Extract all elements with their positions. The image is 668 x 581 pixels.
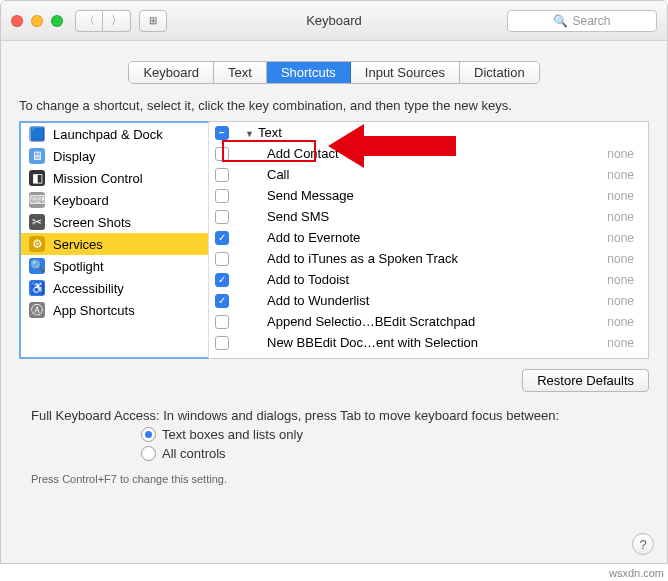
- tab-keyboard[interactable]: Keyboard: [129, 62, 214, 83]
- search-input[interactable]: 🔍 Search: [507, 10, 657, 32]
- radio-icon: [141, 446, 156, 461]
- help-button[interactable]: ?: [632, 533, 654, 555]
- category-icon: ⌨: [29, 192, 45, 208]
- service-label: Add to Todoist: [237, 272, 607, 287]
- checkbox-icon[interactable]: [215, 315, 229, 329]
- show-all-button[interactable]: ⊞: [139, 10, 167, 32]
- category-icon: ◧: [29, 170, 45, 186]
- window-controls: [11, 15, 63, 27]
- fka-option-2[interactable]: All controls: [141, 446, 637, 461]
- category-list[interactable]: 🟦Launchpad & Dock🖥Display◧Mission Contro…: [19, 121, 209, 359]
- checkbox-icon[interactable]: [215, 168, 229, 182]
- service-label: Add to iTunes as a Spoken Track: [237, 251, 607, 266]
- watermark: wsxdn.com: [609, 567, 664, 579]
- shortcut-value[interactable]: none: [607, 168, 642, 182]
- service-label: Add to Wunderlist: [237, 293, 607, 308]
- shortcut-value[interactable]: none: [607, 231, 642, 245]
- shortcut-value[interactable]: none: [607, 189, 642, 203]
- checkbox-icon[interactable]: −: [215, 126, 229, 140]
- service-row[interactable]: Add to iTunes as a Spoken Tracknone: [209, 248, 648, 269]
- radio-icon: [141, 427, 156, 442]
- shortcut-value[interactable]: none: [607, 315, 642, 329]
- service-row[interactable]: New BBEdit Doc…ent with Selectionnone: [209, 332, 648, 353]
- restore-defaults-button[interactable]: Restore Defaults: [522, 369, 649, 392]
- service-row[interactable]: Append Selectio…BEdit Scratchpadnone: [209, 311, 648, 332]
- category-label: Mission Control: [53, 171, 143, 186]
- service-label: Add to Evernote: [237, 230, 607, 245]
- category-icon: ✂: [29, 214, 45, 230]
- checkbox-icon[interactable]: [215, 252, 229, 266]
- fka-option-2-label: All controls: [162, 446, 226, 461]
- zoom-icon[interactable]: [51, 15, 63, 27]
- service-row[interactable]: ✓Add to Wunderlistnone: [209, 290, 648, 311]
- tab-dictation[interactable]: Dictation: [460, 62, 539, 83]
- sidebar-item-services[interactable]: ⚙Services: [21, 233, 208, 255]
- group-label: ▼Text: [237, 125, 642, 140]
- category-label: Accessibility: [53, 281, 124, 296]
- fka-option-1-label: Text boxes and lists only: [162, 427, 303, 442]
- category-label: Launchpad & Dock: [53, 127, 163, 142]
- nav-buttons: 〈 〉: [75, 10, 131, 32]
- titlebar: 〈 〉 ⊞ Keyboard 🔍 Search: [1, 1, 667, 41]
- tab-shortcuts[interactable]: Shortcuts: [267, 62, 351, 83]
- service-label: Call: [237, 167, 607, 182]
- fka-option-1[interactable]: Text boxes and lists only: [141, 427, 637, 442]
- service-row[interactable]: Add Contactnone: [209, 143, 648, 164]
- shortcut-value[interactable]: none: [607, 210, 642, 224]
- checkbox-icon[interactable]: ✓: [215, 294, 229, 308]
- category-icon: Ⓐ: [29, 302, 45, 318]
- checkbox-icon[interactable]: [215, 147, 229, 161]
- sidebar-item-keyboard[interactable]: ⌨Keyboard: [21, 189, 208, 211]
- shortcut-list[interactable]: −▼TextAdd ContactnoneCallnoneSend Messag…: [209, 121, 649, 359]
- checkbox-icon[interactable]: [215, 189, 229, 203]
- category-icon: ⚙: [29, 236, 45, 252]
- shortcut-value[interactable]: none: [607, 294, 642, 308]
- close-icon[interactable]: [11, 15, 23, 27]
- sidebar-item-display[interactable]: 🖥Display: [21, 145, 208, 167]
- category-label: Screen Shots: [53, 215, 131, 230]
- forward-button[interactable]: 〉: [103, 10, 131, 32]
- sidebar-item-spotlight[interactable]: 🔍Spotlight: [21, 255, 208, 277]
- tab-text[interactable]: Text: [214, 62, 267, 83]
- prefs-tabs: KeyboardTextShortcutsInput SourcesDictat…: [1, 61, 667, 84]
- service-row[interactable]: Send SMSnone: [209, 206, 648, 227]
- category-label: Spotlight: [53, 259, 104, 274]
- category-label: Display: [53, 149, 96, 164]
- category-label: Keyboard: [53, 193, 109, 208]
- category-icon: ♿: [29, 280, 45, 296]
- shortcut-value[interactable]: none: [607, 147, 642, 161]
- footnote: Press Control+F7 to change this setting.: [1, 461, 667, 497]
- checkbox-icon[interactable]: ✓: [215, 273, 229, 287]
- disclosure-triangle-icon: ▼: [245, 129, 254, 139]
- category-label: Services: [53, 237, 103, 252]
- search-icon: 🔍: [553, 14, 568, 28]
- service-label: Add Contact: [237, 146, 607, 161]
- category-icon: 🔍: [29, 258, 45, 274]
- sidebar-item-mission-control[interactable]: ◧Mission Control: [21, 167, 208, 189]
- shortcut-value[interactable]: none: [607, 252, 642, 266]
- service-label: Append Selectio…BEdit Scratchpad: [237, 314, 607, 329]
- shortcut-value[interactable]: none: [607, 273, 642, 287]
- minimize-icon[interactable]: [31, 15, 43, 27]
- service-label: New BBEdit Doc…ent with Selection: [237, 335, 607, 350]
- service-row[interactable]: ✓Add to Todoistnone: [209, 269, 648, 290]
- sidebar-item-accessibility[interactable]: ♿Accessibility: [21, 277, 208, 299]
- checkbox-icon[interactable]: [215, 336, 229, 350]
- checkbox-icon[interactable]: ✓: [215, 231, 229, 245]
- shortcut-value[interactable]: none: [607, 336, 642, 350]
- search-placeholder: Search: [572, 14, 610, 28]
- sidebar-item-launchpad-dock[interactable]: 🟦Launchpad & Dock: [21, 123, 208, 145]
- fka-heading: Full Keyboard Access: In windows and dia…: [31, 408, 637, 423]
- checkbox-icon[interactable]: [215, 210, 229, 224]
- sidebar-item-app-shortcuts[interactable]: ⒶApp Shortcuts: [21, 299, 208, 321]
- sidebar-item-screen-shots[interactable]: ✂Screen Shots: [21, 211, 208, 233]
- back-button[interactable]: 〈: [75, 10, 103, 32]
- service-row[interactable]: ✓Add to Evernotenone: [209, 227, 648, 248]
- service-row[interactable]: Callnone: [209, 164, 648, 185]
- service-label: Send Message: [237, 188, 607, 203]
- category-label: App Shortcuts: [53, 303, 135, 318]
- tab-input-sources[interactable]: Input Sources: [351, 62, 460, 83]
- group-header[interactable]: −▼Text: [209, 122, 648, 143]
- service-row[interactable]: Send Messagenone: [209, 185, 648, 206]
- service-label: Send SMS: [237, 209, 607, 224]
